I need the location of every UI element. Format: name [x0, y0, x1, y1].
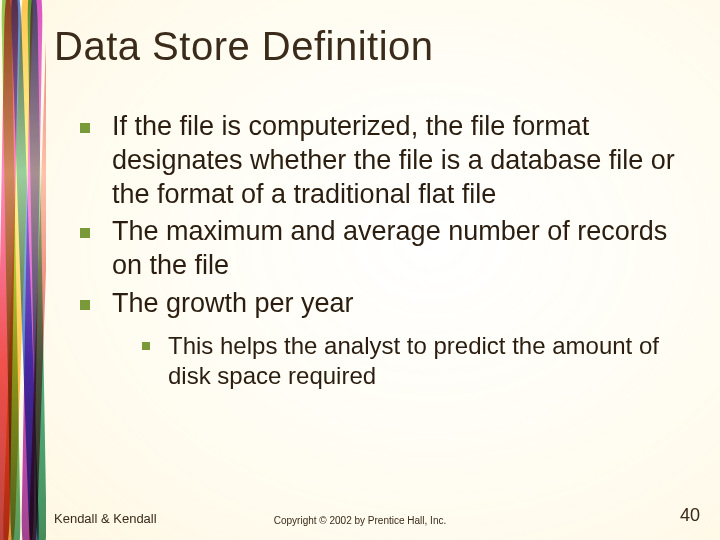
- bullet-icon: [80, 228, 90, 238]
- bullet-text: If the file is computerized, the file fo…: [112, 110, 690, 211]
- sub-list: This helps the analyst to predict the am…: [142, 331, 690, 391]
- sub-bullet-text: This helps the analyst to predict the am…: [168, 331, 690, 391]
- slide-title: Data Store Definition: [54, 24, 434, 69]
- list-item: The growth per year: [80, 287, 690, 321]
- list-item: The maximum and average number of record…: [80, 215, 690, 283]
- list-item: If the file is computerized, the file fo…: [80, 110, 690, 211]
- footer-copyright: Copyright © 2002 by Prentice Hall, Inc.: [0, 515, 720, 526]
- slide-body: If the file is computerized, the file fo…: [80, 110, 690, 391]
- list-item: This helps the analyst to predict the am…: [142, 331, 690, 391]
- bullet-text: The maximum and average number of record…: [112, 215, 690, 283]
- bullet-icon: [142, 342, 150, 350]
- slide: Data Store Definition If the file is com…: [0, 0, 720, 540]
- decorative-left-art: [0, 0, 46, 540]
- page-number: 40: [680, 505, 700, 526]
- bullet-icon: [80, 300, 90, 310]
- bullet-text: The growth per year: [112, 287, 354, 321]
- bullet-icon: [80, 123, 90, 133]
